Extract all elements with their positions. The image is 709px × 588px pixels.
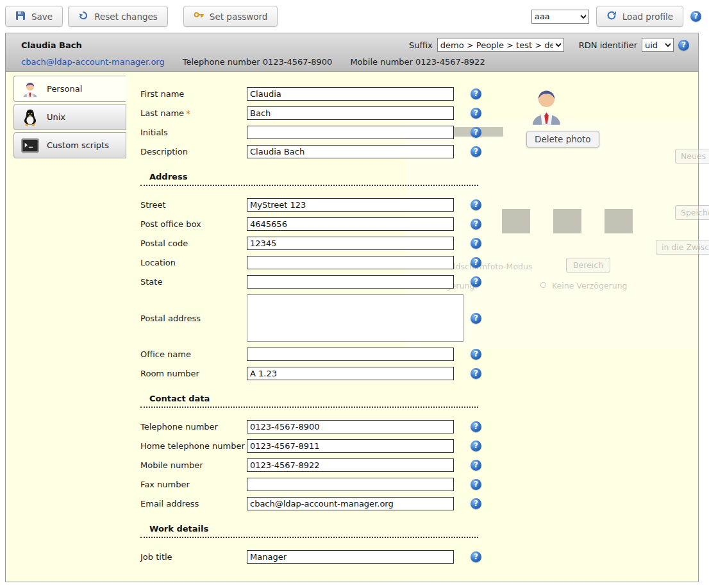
postal-address-textarea[interactable] [247, 294, 463, 342]
location-input[interactable] [247, 256, 454, 269]
initials-label: Initials [140, 128, 247, 137]
form-row: Job title [140, 550, 698, 564]
street-input[interactable] [247, 198, 454, 212]
fax-number-input[interactable] [247, 478, 454, 491]
form-row: First name [140, 87, 698, 101]
help-icon[interactable] [471, 498, 481, 509]
toolbar-right: aaa Load profile [531, 6, 701, 27]
form-row: Room number [140, 367, 698, 380]
toolbar: Save Reset changes Set password aaa Load… [0, 0, 709, 33]
description-input[interactable] [247, 145, 454, 158]
rdn-select[interactable]: uid [642, 38, 674, 52]
reset-icon [78, 10, 88, 22]
section-title-work: Work details [140, 524, 478, 538]
form-row: Post office box [140, 217, 698, 231]
form-row: Home telephone number [140, 439, 698, 453]
save-button[interactable]: Save [5, 6, 63, 27]
office-name-label: Office name [140, 349, 247, 359]
room-number-input[interactable] [247, 367, 454, 380]
email-link[interactable]: cbach@ldap-account-manager.org [21, 57, 165, 67]
user-photo [531, 85, 562, 125]
tab-personal[interactable]: Personal [13, 76, 126, 102]
help-icon[interactable] [471, 479, 481, 490]
refresh-icon [606, 10, 617, 22]
help-icon[interactable] [471, 313, 481, 324]
email-address-input[interactable] [247, 497, 454, 510]
form-row: Postal address [140, 294, 698, 342]
reset-changes-button[interactable]: Reset changes [68, 6, 168, 27]
location-label: Location [140, 258, 247, 267]
state-input[interactable] [247, 275, 454, 289]
key-icon [194, 10, 204, 22]
home-telephone-input[interactable] [247, 439, 454, 453]
help-icon[interactable] [690, 11, 701, 22]
tab-custom-scripts[interactable]: Custom scripts [13, 132, 126, 158]
form-row: Office name [140, 348, 698, 361]
postal-code-label: Postal code [140, 239, 247, 248]
form-row: Fax number [140, 478, 698, 491]
load-profile-label: Load profile [622, 12, 673, 22]
rdn-identifier-label: RDN identifier [579, 40, 637, 50]
help-icon[interactable] [471, 146, 481, 157]
help-icon[interactable] [471, 441, 481, 451]
header-mobile: Mobile number 0123-4567-8922 [350, 57, 485, 67]
set-password-label: Set password [210, 12, 268, 22]
help-icon[interactable] [471, 368, 481, 379]
profile-select[interactable]: aaa [531, 10, 589, 24]
set-password-button[interactable]: Set password [183, 6, 278, 27]
first-name-input[interactable] [247, 87, 454, 101]
home-telephone-label: Home telephone number [140, 441, 247, 451]
account-body: Personal Unix Custom scripts Neues Bi [6, 72, 698, 581]
fax-number-label: Fax number [140, 480, 247, 489]
help-icon[interactable] [471, 238, 481, 249]
form-row: Last name [140, 106, 698, 120]
tab-unix-label: Unix [47, 112, 65, 122]
mobile-number-label: Mobile number [140, 460, 247, 470]
load-profile-button[interactable]: Load profile [596, 6, 683, 27]
tab-custom-scripts-label: Custom scripts [47, 140, 109, 150]
personal-form: Neues Bi Speicher in die Zwische ldschir… [126, 72, 698, 581]
email-address-label: Email address [140, 499, 247, 508]
postal-code-input[interactable] [247, 237, 454, 250]
help-icon[interactable] [471, 257, 481, 268]
help-icon[interactable] [471, 219, 481, 230]
form-row: Postal code [140, 237, 698, 250]
telephone-input[interactable] [247, 420, 454, 433]
form-row: Email address [140, 497, 698, 510]
help-icon[interactable] [471, 460, 481, 471]
job-title-input[interactable] [247, 550, 454, 564]
tab-unix[interactable]: Unix [13, 104, 126, 130]
form-row: Description [140, 145, 698, 158]
post-office-box-input[interactable] [247, 217, 454, 231]
job-title-label: Job title [140, 552, 247, 562]
help-icon[interactable] [471, 349, 481, 360]
account-name: Claudia Bach [21, 40, 82, 50]
form-row: Mobile number [140, 458, 698, 472]
post-office-box-label: Post office box [140, 219, 247, 229]
section-title-contact: Contact data [140, 394, 478, 408]
form-row: State [140, 275, 698, 289]
help-icon[interactable] [471, 551, 481, 562]
street-label: Street [140, 200, 247, 210]
terminal-icon [20, 136, 40, 155]
suffix-label: Suffix [409, 40, 433, 50]
help-icon[interactable] [471, 88, 481, 99]
help-icon[interactable] [678, 40, 689, 51]
help-icon[interactable] [471, 421, 481, 432]
first-name-label: First name [140, 89, 247, 99]
telephone-label: Telephone number [140, 422, 247, 432]
header-telephone: Telephone number 0123-4567-8900 [183, 57, 333, 67]
postal-address-label: Postal address [140, 314, 247, 323]
suffix-select[interactable]: demo > People > test > de [437, 38, 564, 52]
description-label: Description [140, 147, 247, 156]
form-row: Street [140, 198, 698, 212]
initials-input[interactable] [247, 126, 454, 139]
delete-photo-button[interactable]: Delete photo [526, 131, 599, 147]
help-icon[interactable] [471, 108, 481, 119]
help-icon[interactable] [471, 276, 481, 287]
office-name-input[interactable] [247, 348, 454, 361]
last-name-input[interactable] [247, 106, 454, 120]
help-icon[interactable] [471, 199, 481, 210]
help-icon[interactable] [471, 127, 481, 138]
mobile-number-input[interactable] [247, 458, 454, 472]
